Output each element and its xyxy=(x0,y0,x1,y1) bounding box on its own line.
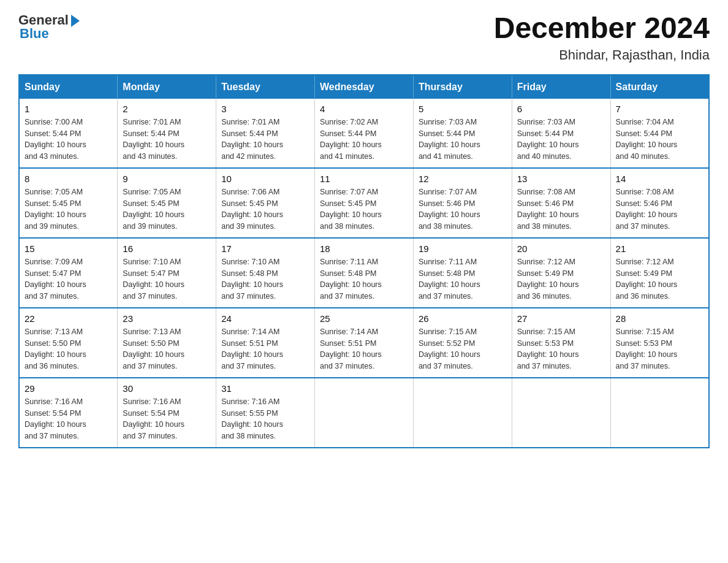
day-number: 28 xyxy=(616,313,703,324)
column-header-sunday: Sunday xyxy=(19,75,118,99)
day-number: 19 xyxy=(419,243,507,254)
day-info: Sunrise: 7:06 AMSunset: 5:45 PMDaylight:… xyxy=(221,186,309,232)
day-info: Sunrise: 7:03 AMSunset: 5:44 PMDaylight:… xyxy=(419,117,507,163)
day-info: Sunrise: 7:12 AMSunset: 5:49 PMDaylight:… xyxy=(616,256,703,302)
day-info: Sunrise: 7:16 AMSunset: 5:54 PMDaylight:… xyxy=(25,396,112,442)
calendar-cell: 20Sunrise: 7:12 AMSunset: 5:49 PMDayligh… xyxy=(512,238,610,308)
day-info: Sunrise: 7:02 AMSunset: 5:44 PMDaylight:… xyxy=(320,117,408,163)
day-info: Sunrise: 7:07 AMSunset: 5:46 PMDaylight:… xyxy=(419,186,507,232)
calendar-cell: 12Sunrise: 7:07 AMSunset: 5:46 PMDayligh… xyxy=(413,168,512,238)
column-header-saturday: Saturday xyxy=(610,75,709,99)
calendar-cell: 6Sunrise: 7:03 AMSunset: 5:44 PMDaylight… xyxy=(512,99,610,168)
calendar-cell: 13Sunrise: 7:08 AMSunset: 5:46 PMDayligh… xyxy=(512,168,610,238)
calendar-cell: 4Sunrise: 7:02 AMSunset: 5:44 PMDaylight… xyxy=(315,99,414,168)
calendar-cell xyxy=(413,378,512,448)
day-number: 5 xyxy=(419,104,507,114)
calendar-cell: 3Sunrise: 7:01 AMSunset: 5:44 PMDaylight… xyxy=(216,99,315,168)
day-number: 3 xyxy=(221,104,309,114)
calendar-cell: 30Sunrise: 7:16 AMSunset: 5:54 PMDayligh… xyxy=(118,378,216,448)
calendar-month-year: December 2024 xyxy=(494,12,710,45)
day-info: Sunrise: 7:14 AMSunset: 5:51 PMDaylight:… xyxy=(320,326,408,372)
day-number: 8 xyxy=(25,174,112,184)
day-header-row: SundayMondayTuesdayWednesdayThursdayFrid… xyxy=(19,75,709,99)
day-info: Sunrise: 7:09 AMSunset: 5:47 PMDaylight:… xyxy=(25,256,112,302)
calendar-cell: 24Sunrise: 7:14 AMSunset: 5:51 PMDayligh… xyxy=(216,308,315,378)
calendar-cell xyxy=(610,378,709,448)
day-info: Sunrise: 7:15 AMSunset: 5:52 PMDaylight:… xyxy=(419,326,507,372)
page-header: General Blue December 2024 Bhindar, Raja… xyxy=(18,12,710,63)
day-number: 23 xyxy=(123,313,211,324)
column-header-thursday: Thursday xyxy=(413,75,512,99)
calendar-cell: 8Sunrise: 7:05 AMSunset: 5:45 PMDaylight… xyxy=(19,168,118,238)
calendar-cell: 9Sunrise: 7:05 AMSunset: 5:45 PMDaylight… xyxy=(118,168,216,238)
calendar-cell: 28Sunrise: 7:15 AMSunset: 5:53 PMDayligh… xyxy=(610,308,709,378)
day-number: 11 xyxy=(320,174,408,184)
calendar-cell: 7Sunrise: 7:04 AMSunset: 5:44 PMDaylight… xyxy=(610,99,709,168)
day-number: 17 xyxy=(221,243,309,254)
calendar-location: Bhindar, Rajasthan, India xyxy=(494,47,710,63)
day-number: 1 xyxy=(25,104,112,114)
day-info: Sunrise: 7:10 AMSunset: 5:47 PMDaylight:… xyxy=(123,256,211,302)
calendar-header: SundayMondayTuesdayWednesdayThursdayFrid… xyxy=(19,75,709,99)
calendar-week-row: 8Sunrise: 7:05 AMSunset: 5:45 PMDaylight… xyxy=(19,168,709,238)
day-number: 26 xyxy=(419,313,507,324)
column-header-wednesday: Wednesday xyxy=(315,75,414,99)
day-info: Sunrise: 7:04 AMSunset: 5:44 PMDaylight:… xyxy=(616,117,703,163)
day-number: 18 xyxy=(320,243,408,254)
calendar-cell xyxy=(512,378,610,448)
day-info: Sunrise: 7:15 AMSunset: 5:53 PMDaylight:… xyxy=(517,326,605,372)
column-header-tuesday: Tuesday xyxy=(216,75,315,99)
calendar-cell: 22Sunrise: 7:13 AMSunset: 5:50 PMDayligh… xyxy=(19,308,118,378)
day-info: Sunrise: 7:08 AMSunset: 5:46 PMDaylight:… xyxy=(616,186,703,232)
calendar-cell: 11Sunrise: 7:07 AMSunset: 5:45 PMDayligh… xyxy=(315,168,414,238)
calendar-cell: 26Sunrise: 7:15 AMSunset: 5:52 PMDayligh… xyxy=(413,308,512,378)
day-number: 9 xyxy=(123,174,211,184)
calendar-cell: 10Sunrise: 7:06 AMSunset: 5:45 PMDayligh… xyxy=(216,168,315,238)
day-number: 6 xyxy=(517,104,605,114)
day-info: Sunrise: 7:01 AMSunset: 5:44 PMDaylight:… xyxy=(123,117,211,163)
day-number: 27 xyxy=(517,313,605,324)
calendar-cell: 2Sunrise: 7:01 AMSunset: 5:44 PMDaylight… xyxy=(118,99,216,168)
logo-arrow-icon xyxy=(71,15,80,27)
day-number: 10 xyxy=(221,174,309,184)
day-info: Sunrise: 7:16 AMSunset: 5:55 PMDaylight:… xyxy=(221,396,309,442)
day-info: Sunrise: 7:14 AMSunset: 5:51 PMDaylight:… xyxy=(221,326,309,372)
calendar-cell: 15Sunrise: 7:09 AMSunset: 5:47 PMDayligh… xyxy=(19,238,118,308)
day-number: 13 xyxy=(517,174,605,184)
calendar-cell: 18Sunrise: 7:11 AMSunset: 5:48 PMDayligh… xyxy=(315,238,414,308)
day-info: Sunrise: 7:13 AMSunset: 5:50 PMDaylight:… xyxy=(25,326,112,372)
day-info: Sunrise: 7:00 AMSunset: 5:44 PMDaylight:… xyxy=(25,117,112,163)
day-info: Sunrise: 7:10 AMSunset: 5:48 PMDaylight:… xyxy=(221,256,309,302)
logo: General Blue xyxy=(18,12,80,42)
calendar-cell: 31Sunrise: 7:16 AMSunset: 5:55 PMDayligh… xyxy=(216,378,315,448)
day-info: Sunrise: 7:07 AMSunset: 5:45 PMDaylight:… xyxy=(320,186,408,232)
calendar-week-row: 29Sunrise: 7:16 AMSunset: 5:54 PMDayligh… xyxy=(19,378,709,448)
calendar-week-row: 22Sunrise: 7:13 AMSunset: 5:50 PMDayligh… xyxy=(19,308,709,378)
calendar-table: SundayMondayTuesdayWednesdayThursdayFrid… xyxy=(18,74,710,448)
day-info: Sunrise: 7:01 AMSunset: 5:44 PMDaylight:… xyxy=(221,117,309,163)
day-number: 25 xyxy=(320,313,408,324)
day-number: 29 xyxy=(25,383,112,394)
calendar-week-row: 15Sunrise: 7:09 AMSunset: 5:47 PMDayligh… xyxy=(19,238,709,308)
day-info: Sunrise: 7:12 AMSunset: 5:49 PMDaylight:… xyxy=(517,256,605,302)
calendar-cell: 25Sunrise: 7:14 AMSunset: 5:51 PMDayligh… xyxy=(315,308,414,378)
day-number: 16 xyxy=(123,243,211,254)
day-number: 4 xyxy=(320,104,408,114)
calendar-cell: 27Sunrise: 7:15 AMSunset: 5:53 PMDayligh… xyxy=(512,308,610,378)
day-info: Sunrise: 7:15 AMSunset: 5:53 PMDaylight:… xyxy=(616,326,703,372)
day-number: 22 xyxy=(25,313,112,324)
calendar-cell xyxy=(315,378,414,448)
day-info: Sunrise: 7:03 AMSunset: 5:44 PMDaylight:… xyxy=(517,117,605,163)
column-header-friday: Friday xyxy=(512,75,610,99)
day-number: 21 xyxy=(616,243,703,254)
calendar-cell: 19Sunrise: 7:11 AMSunset: 5:48 PMDayligh… xyxy=(413,238,512,308)
calendar-cell: 1Sunrise: 7:00 AMSunset: 5:44 PMDaylight… xyxy=(19,99,118,168)
day-number: 30 xyxy=(123,383,211,394)
day-number: 24 xyxy=(221,313,309,324)
calendar-cell: 29Sunrise: 7:16 AMSunset: 5:54 PMDayligh… xyxy=(19,378,118,448)
day-info: Sunrise: 7:11 AMSunset: 5:48 PMDaylight:… xyxy=(320,256,408,302)
logo-blue-text: Blue xyxy=(20,26,80,42)
day-info: Sunrise: 7:16 AMSunset: 5:54 PMDaylight:… xyxy=(123,396,211,442)
calendar-cell: 14Sunrise: 7:08 AMSunset: 5:46 PMDayligh… xyxy=(610,168,709,238)
calendar-cell: 21Sunrise: 7:12 AMSunset: 5:49 PMDayligh… xyxy=(610,238,709,308)
